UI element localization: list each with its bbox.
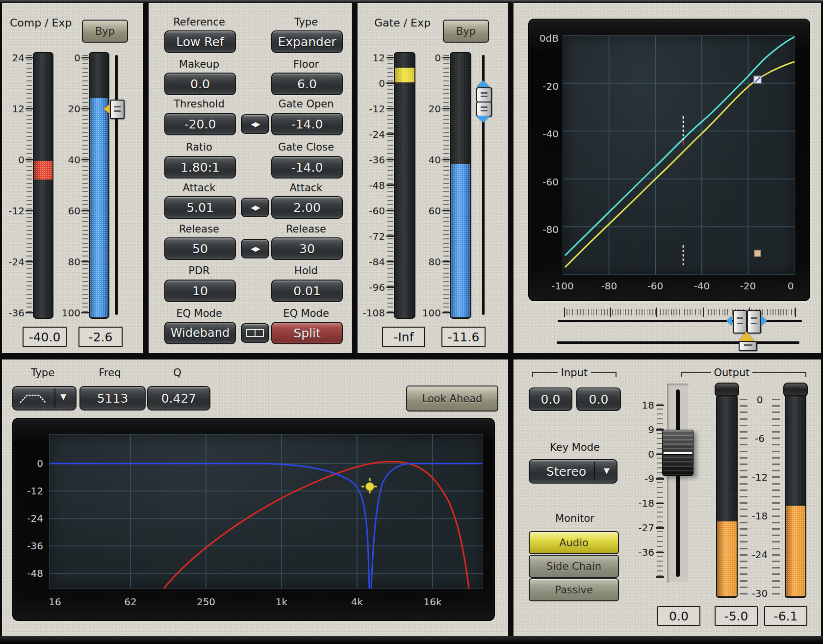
release-link-button[interactable]: ◀▶	[241, 239, 269, 258]
param-label: PDR	[164, 264, 234, 277]
attack-link-button[interactable]: ◀▶	[241, 198, 269, 217]
gate-open-button[interactable]: -14.0	[271, 113, 343, 135]
comp-release-button[interactable]: 50	[164, 237, 236, 260]
dropdown-arrow-icon: ▼	[60, 392, 66, 401]
gate-bypass-button[interactable]: Byp	[443, 20, 489, 43]
floor-handle-arrow-icon	[739, 332, 754, 341]
makeup-button[interactable]: 0.0	[164, 73, 236, 95]
gate-gr-tick: 0	[419, 52, 441, 64]
input-label: Input	[558, 366, 591, 379]
param-label: Reference	[164, 16, 234, 28]
output-scale-ruler-left	[740, 399, 747, 595]
transfer-y-tick: -40	[531, 128, 559, 140]
gate-lvl-tick: -48	[358, 179, 385, 192]
gate-gr-ruler-major	[442, 57, 450, 315]
hold-button[interactable]: 0.01	[271, 280, 343, 302]
gate-gr-tick: 60	[419, 205, 441, 217]
eq-mode-wideband-button[interactable]: Wideband	[164, 322, 236, 344]
gate-close-handle[interactable]	[476, 102, 492, 117]
comp-gr-tick: -24	[3, 256, 25, 268]
gate-lvl-tick: -60	[358, 205, 385, 217]
comp-threshold-arrow-icon	[103, 104, 110, 114]
param-label: EQ Mode	[164, 307, 234, 320]
transfer-graph	[563, 35, 795, 275]
reference-button[interactable]: Low Ref	[164, 30, 236, 53]
gate-gr-tick: 40	[419, 154, 441, 166]
output-right-readout: -6.1	[764, 606, 807, 626]
transfer-floor-handle[interactable]	[754, 250, 761, 257]
monitor-passive-button[interactable]: Passive	[529, 578, 619, 601]
gate-release-button[interactable]: 30	[271, 237, 343, 260]
floor-slider-handle[interactable]	[739, 341, 757, 351]
transfer-x-tick: -20	[731, 280, 765, 292]
transfer-y-tick: -60	[531, 176, 559, 188]
monitor-sidechain-button[interactable]: Side Chain	[529, 555, 619, 578]
input-right-button[interactable]: 0.0	[576, 387, 621, 411]
comp-bypass-button[interactable]: Byp	[82, 20, 128, 43]
gate-close-button[interactable]: -14.0	[271, 156, 343, 179]
monitor-audio-button[interactable]: Audio	[529, 531, 619, 554]
output-label: Output	[711, 366, 752, 379]
fader-knob[interactable]	[662, 430, 694, 476]
gate-close-range-handle[interactable]	[747, 310, 761, 334]
threshold-link-button[interactable]: ◀▶	[241, 114, 269, 134]
eq-freq-button[interactable]: 5113	[79, 386, 146, 411]
bottom-edge	[0, 636, 823, 644]
eq-x-tick: 250	[189, 595, 223, 608]
transfer-knee-handle[interactable]	[754, 76, 761, 83]
fader-slot[interactable]	[676, 389, 680, 577]
eq-panel: Type Freq Q ▼ 5113 0.427 Look Ahead	[2, 360, 508, 636]
output-scale-tick: -30	[746, 587, 774, 600]
input-left-button[interactable]: 0.0	[529, 387, 572, 411]
comp-lvl-tick: 40	[59, 154, 80, 166]
fader-tick: -27	[633, 521, 654, 534]
gate-attack-button[interactable]: 2.00	[271, 196, 343, 219]
pdr-button[interactable]: 10	[164, 280, 236, 302]
comp-gr-tick: 24	[3, 52, 25, 64]
io-panel: Input 0.0 0.0 Key Mode Stereo ▼ Monitor …	[514, 360, 821, 636]
gate-exp-panel: Gate / Exp Byp 12 0 -12 -24 -36 -48 -60 …	[358, 3, 508, 353]
range-right-arrow-icon	[761, 316, 767, 326]
comp-lvl-tick: 0	[59, 52, 80, 64]
output-bracket-left	[681, 372, 711, 378]
transfer-y-tick: 0dB	[531, 32, 559, 45]
param-label: EQ Mode	[271, 307, 341, 320]
comp-threshold-handle[interactable]	[110, 100, 125, 119]
gate-lvl-readout: -Inf	[382, 327, 425, 347]
filter-type-dropdown[interactable]: ▼	[12, 386, 77, 411]
output-scale-tick: 0	[746, 393, 774, 406]
output-scale-ruler-right	[772, 399, 780, 595]
transfer-curve-cyan	[565, 37, 795, 256]
eq-q-button[interactable]: 0.427	[147, 386, 210, 411]
params-panel: Reference Type Low Ref Expander Makeup F…	[149, 3, 352, 353]
transfer-x-tick: -60	[638, 280, 672, 292]
key-mode-label: Key Mode	[543, 441, 607, 454]
input-bracket-right	[591, 372, 617, 378]
gate-gr-tick: 100	[419, 307, 441, 319]
key-mode-dropdown[interactable]: Stereo ▼	[529, 459, 617, 484]
transfer-panel: 0dB -20 -40 -60 -80 -100 -80 -60 -40 -20…	[514, 3, 821, 353]
ratio-button[interactable]: 1.80:1	[164, 156, 236, 179]
comp-threshold-slider-track[interactable]	[115, 55, 118, 315]
transfer-y-tick: -80	[531, 223, 559, 236]
gate-open-range-handle[interactable]	[733, 310, 747, 334]
transfer-x-tick: 0	[773, 280, 808, 292]
plugin-window: Comp / Exp Byp 24 12 0 -12 -24 -36 0 20 …	[0, 0, 823, 644]
comp-gr-tick: -12	[3, 205, 25, 217]
divider	[594, 462, 595, 481]
floor-slider-track[interactable]	[557, 341, 799, 344]
comp-attack-button[interactable]: 5.01	[164, 196, 236, 219]
comp-lvl-tick: 20	[59, 103, 80, 115]
output-scale-tick: -18	[746, 510, 774, 522]
gate-open-handle[interactable]	[476, 87, 492, 103]
threshold-button[interactable]: -20.0	[164, 113, 236, 135]
comp-gr-tick: 12	[3, 103, 25, 115]
type-button[interactable]: Expander	[271, 30, 343, 53]
look-ahead-button[interactable]: Look Ahead	[406, 386, 498, 412]
output-scale-tick: -12	[746, 471, 774, 484]
eq-mode-split-button[interactable]: Split	[271, 322, 343, 344]
eq-filter-handle[interactable]	[365, 482, 374, 491]
eq-x-tick: 1k	[264, 595, 299, 608]
eq-mode-link-button[interactable]	[241, 323, 269, 343]
floor-button[interactable]: 6.0	[271, 73, 343, 95]
